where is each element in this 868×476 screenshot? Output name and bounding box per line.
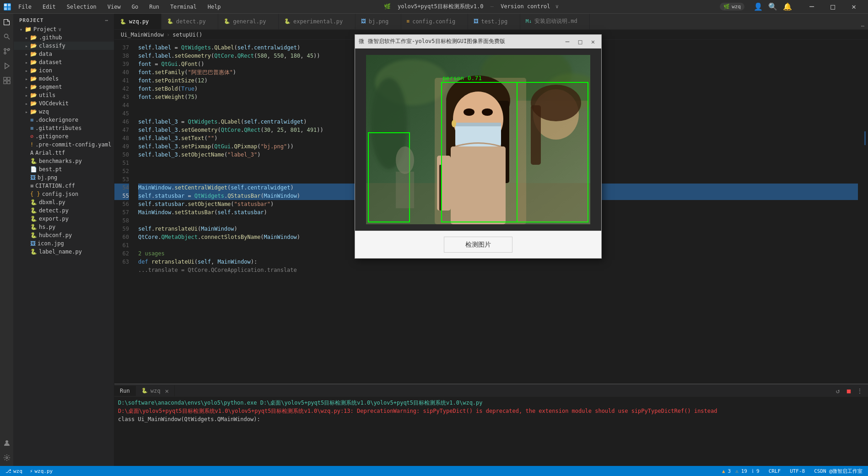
tab-bj-png[interactable]: 🖼 bj.png ✕ [356, 14, 401, 29]
explorer-icon[interactable] [0, 16, 13, 28]
popup-minimize-button[interactable]: ─ [563, 37, 572, 46]
svg-point-29 [464, 108, 474, 116]
code-line-63: ...translate = QtCore.QCoreApplication.t… [138, 266, 858, 274]
svg-point-7 [8, 49, 10, 50]
branch-indicator[interactable]: 🌿 wzq [720, 3, 744, 11]
status-warnings[interactable]: ▲ 3 ⚠ 19 ℹ 9 [720, 468, 761, 474]
source-control-icon[interactable] [0, 45, 13, 58]
settings-icon[interactable] [0, 451, 13, 464]
run-tab-wzq[interactable]: 🐍 wzq ✕ [136, 385, 175, 396]
sidebar-item-labelname[interactable]: ▸ 🐍 label_name.py [14, 248, 114, 256]
popup-maximize-button[interactable]: □ [576, 37, 585, 46]
sidebar-collapse-icon[interactable]: ⋯ [105, 17, 108, 23]
status-bar: ⎇ wzq ⚡ wzq.py ▲ 3 ⚠ 19 ℹ 9 CRLF UTF-8 C… [0, 466, 868, 476]
svg-point-16 [6, 457, 8, 459]
status-branch[interactable]: ⎇ wzq [4, 468, 24, 474]
title-right: 🌿 wzq 👤 🔍 🔔 ─ □ ✕ [720, 0, 864, 14]
panel-content[interactable]: D:\software\anaconda\envs\yolo5\python.e… [114, 397, 868, 466]
status-right: ▲ 3 ⚠ 19 ℹ 9 CRLF UTF-8 CSDN @微智启工作室 [720, 468, 864, 475]
menu-view[interactable]: View [106, 3, 123, 11]
close-button[interactable]: ✕ [843, 0, 864, 14]
detect-button[interactable]: 检测图片 [444, 237, 512, 253]
more-button[interactable]: ⋮ [855, 386, 864, 395]
search-activity-icon[interactable] [0, 30, 13, 43]
terminal-line-1: D:\software\anaconda\envs\yolo5\python.e… [118, 399, 864, 407]
more-tabs-button[interactable]: ⋯ [857, 23, 868, 29]
status-file[interactable]: ⚡ wzq.py [28, 468, 54, 474]
sidebar-item-dataset[interactable]: ▸ 📂 dataset [14, 58, 114, 66]
tab-wzq-py[interactable]: 🐍 wzq.py ✕ [114, 14, 162, 29]
tab-config[interactable]: ≡ config.config ✕ [401, 14, 468, 29]
user-icon[interactable]: 👤 [754, 2, 763, 11]
sidebar-item-precommit[interactable]: ▸ ! .pre-commit-config.yaml [14, 141, 114, 149]
status-encoding[interactable]: UTF-8 [788, 468, 807, 474]
sidebar-item-vocdevkit[interactable]: ▸ 📂 VOCdevkit [14, 99, 114, 108]
popup-footer: 检测图片 [355, 231, 601, 258]
tab-md[interactable]: M↓ 安装启动说明.md ✕ [520, 14, 590, 29]
bell-icon[interactable]: 🔔 [783, 2, 792, 11]
code-line-62b: def retranslateUi(self, MainWindow): [138, 258, 858, 266]
svg-rect-3 [8, 7, 11, 10]
sidebar-item-gitignore[interactable]: ▸ ⊘ .gitignore [14, 132, 114, 141]
svg-rect-11 [4, 77, 6, 80]
title-bar-left: File Edit Selection View Go Run Terminal… [4, 3, 223, 11]
accounts-icon[interactable] [0, 437, 13, 449]
tab-general-py[interactable]: 🐍 general.py ✕ [218, 14, 279, 29]
sidebar-item-dockerignore[interactable]: ▸ ≡ .dockerignore [14, 116, 114, 124]
detection-image-area: person 0.71 [355, 49, 601, 231]
menu-edit[interactable]: Edit [41, 3, 58, 11]
sidebar-item-detectpy[interactable]: ▸ 🐍 detect.py [14, 206, 114, 215]
sidebar-item-bjpng[interactable]: ▸ 🖼 bj.png [14, 173, 114, 182]
sidebar-item-benchmarks[interactable]: ▸ 🐍 benchmarks.py [14, 157, 114, 165]
window-title: 🌿 yolov5+pyqt5目标检测系统v1.0 — Version contr… [223, 3, 720, 11]
sidebar-item-gitattributes[interactable]: ▸ ≡ .gitattributes [14, 124, 114, 132]
sidebar-item-configjson[interactable]: ▸ { } config.json [14, 190, 114, 198]
sidebar-item-utils[interactable]: ▸ 📂 utils [14, 91, 114, 99]
title-bar: File Edit Selection View Go Run Terminal… [0, 0, 868, 14]
menu-go[interactable]: Go [130, 3, 140, 11]
refresh-button[interactable]: ↺ [833, 386, 842, 395]
sidebar-item-wzq[interactable]: ▸ 📂 wzq [14, 108, 114, 116]
sidebar-item-icon[interactable]: ▸ 📂 icon [14, 66, 114, 75]
sidebar-item-segment[interactable]: ▸ 📂 segment [14, 83, 114, 91]
sidebar-item-citation[interactable]: ▸ ≡ CITATION.cff [14, 182, 114, 190]
run-tab-run[interactable]: Run [114, 386, 136, 396]
bottom-panel: Run 🐍 wzq ✕ ↺ ■ ⋮ D:\software\anaconda\e… [114, 384, 868, 466]
minimize-button[interactable]: ─ [801, 0, 822, 14]
svg-point-30 [482, 108, 493, 116]
svg-point-15 [5, 440, 8, 443]
status-left: ⎇ wzq ⚡ wzq.py [4, 468, 54, 474]
tab-detect-py[interactable]: 🐍 detect.py ✕ [162, 14, 218, 29]
menu-selection[interactable]: Selection [65, 3, 98, 11]
tab-test-jpg[interactable]: 🖼 test.jpg ✕ [468, 14, 520, 29]
sidebar-item-hubconf[interactable]: ▸ 🐍 hubconf.py [14, 231, 114, 239]
search-icon[interactable]: 🔍 [768, 2, 777, 11]
maximize-button[interactable]: □ [822, 0, 843, 14]
svg-rect-1 [8, 4, 11, 6]
extensions-icon[interactable] [0, 74, 13, 87]
sidebar-item-hspy[interactable]: ▸ 🐍 hs.py [14, 223, 114, 231]
menu-run[interactable]: Run [147, 3, 161, 11]
sidebar-project-root[interactable]: ▾ 📁 Project ∨ [14, 25, 114, 33]
sidebar-item-data[interactable]: ▸ 📂 data [14, 50, 114, 58]
menu-file[interactable]: File [16, 3, 33, 11]
sidebar-item-models[interactable]: ▸ 📂 models [14, 75, 114, 83]
menu-terminal[interactable]: Terminal [168, 3, 199, 11]
sidebar-item-arial[interactable]: ▸ A Arial.ttf [14, 149, 114, 157]
detection-canvas: person 0.71 [366, 55, 590, 224]
popup-close-button[interactable]: ✕ [588, 37, 598, 46]
sidebar-item-classify[interactable]: ▸ 📂 classify [14, 42, 114, 50]
debug-icon[interactable] [0, 60, 13, 72]
sidebar-item-exportpy[interactable]: ▸ 🐍 export.py [14, 215, 114, 223]
sidebar-item-bestpt[interactable]: ▸ 📄 best.pt [14, 165, 114, 173]
sidebar-item-github[interactable]: ▸ 📂 .github [14, 33, 114, 42]
sidebar-item-dbxml[interactable]: ▸ 🐍 dbxml.py [14, 198, 114, 206]
svg-rect-14 [7, 81, 10, 84]
stop-button[interactable]: ■ [844, 386, 853, 395]
menu-help[interactable]: Help [206, 3, 223, 11]
tab-experimental-py[interactable]: 🐍 experimental.py ✕ [279, 14, 356, 29]
activity-bar [0, 14, 14, 466]
run-tab-close[interactable]: ✕ [165, 387, 168, 395]
status-line-ending[interactable]: CRLF [767, 468, 783, 474]
sidebar-item-iconjpg[interactable]: ▸ 🖼 icon.jpg [14, 239, 114, 248]
